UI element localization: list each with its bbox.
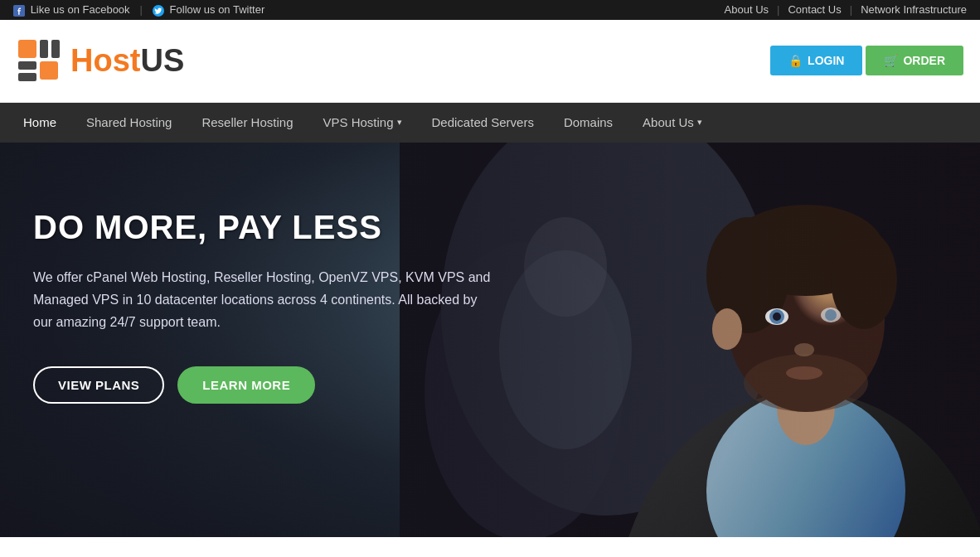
order-button[interactable]: 🛒 ORDER [866, 46, 963, 75]
top-bar-right: About Us | Contact Us | Network Infrastr… [725, 3, 967, 16]
nav-item-dedicated-servers[interactable]: Dedicated Servers [417, 103, 549, 143]
svg-rect-2 [18, 40, 36, 58]
hero-title: DO MORE, PAY LESS [33, 209, 497, 246]
twitter-link[interactable]: Follow us on Twitter [153, 3, 264, 17]
top-bar-left: Like us on Facebook | Follow us on Twitt… [13, 3, 264, 17]
separator-2: | [777, 3, 779, 16]
nav-item-reseller-hosting[interactable]: Reseller Hosting [187, 103, 308, 143]
svg-rect-3 [18, 61, 36, 70]
header-buttons: 🔒 LOGIN 🛒 ORDER [770, 46, 963, 75]
learn-more-button[interactable]: LEARN MORE [177, 366, 315, 404]
hero-buttons: VIEW PLANS LEARN MORE [33, 366, 497, 404]
logo[interactable]: HostUS [17, 38, 184, 84]
about-dropdown-caret: ▾ [697, 117, 702, 128]
nav-item-domains[interactable]: Domains [549, 103, 628, 143]
hero-content: DO MORE, PAY LESS We offer cPanel Web Ho… [0, 143, 531, 471]
nav-item-about-us[interactable]: About Us ▾ [628, 103, 717, 143]
login-button[interactable]: 🔒 LOGIN [770, 46, 862, 75]
network-link[interactable]: Network Infrastructure [861, 3, 967, 16]
nav-item-home[interactable]: Home [8, 103, 71, 143]
nav-item-vps-hosting[interactable]: VPS Hosting ▾ [308, 103, 416, 143]
facebook-link[interactable]: Like us on Facebook [13, 3, 130, 17]
svg-rect-4 [18, 73, 36, 81]
contact-link[interactable]: Contact Us [788, 3, 841, 16]
lock-icon: 🔒 [788, 54, 803, 67]
svg-rect-5 [40, 40, 48, 58]
top-bar: Like us on Facebook | Follow us on Twitt… [0, 0, 980, 20]
vps-dropdown-caret: ▾ [397, 117, 402, 128]
header: HostUS 🔒 LOGIN 🛒 ORDER [0, 20, 980, 103]
separator-1: | [140, 3, 143, 16]
logo-us: US [140, 43, 184, 78]
hero-section: DO MORE, PAY LESS We offer cPanel Web Ho… [0, 143, 980, 537]
view-plans-button[interactable]: VIEW PLANS [33, 366, 164, 404]
cart-icon: 🛒 [884, 54, 898, 67]
hero-subtitle: We offer cPanel Web Hosting, Reseller Ho… [33, 266, 497, 334]
main-nav: Home Shared Hosting Reseller Hosting VPS… [0, 103, 980, 143]
separator-3: | [850, 3, 852, 16]
logo-host: Host [70, 43, 140, 78]
svg-rect-7 [40, 61, 58, 80]
about-link[interactable]: About Us [725, 3, 769, 16]
logo-text: HostUS [70, 45, 184, 76]
svg-rect-6 [51, 40, 60, 58]
nav-item-shared-hosting[interactable]: Shared Hosting [71, 103, 187, 143]
